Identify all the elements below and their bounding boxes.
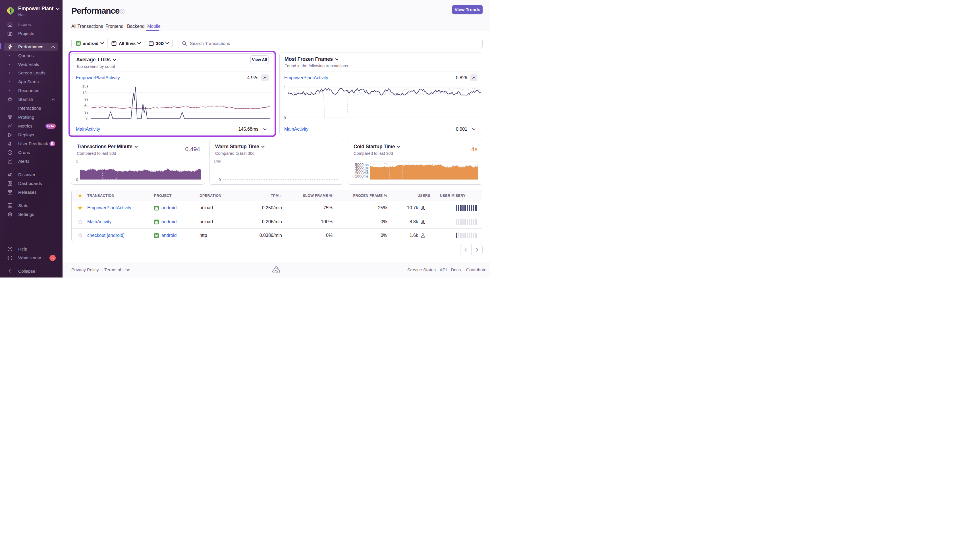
svg-text:3s: 3s bbox=[84, 110, 89, 114]
svg-text:1: 1 bbox=[76, 159, 78, 163]
svg-text:1: 1 bbox=[284, 85, 286, 90]
svg-text:9s: 9s bbox=[84, 97, 89, 101]
svg-text:0: 0 bbox=[86, 117, 88, 121]
svg-text:0: 0 bbox=[284, 115, 286, 120]
svg-text:0: 0 bbox=[76, 178, 78, 182]
svg-text:1ms: 1ms bbox=[214, 159, 221, 163]
svg-text:6s: 6s bbox=[84, 104, 89, 108]
svg-text:15s: 15s bbox=[82, 84, 88, 88]
svg-text:12s: 12s bbox=[82, 91, 88, 95]
svg-text:1000ms: 1000ms bbox=[355, 174, 369, 178]
svg-text:0: 0 bbox=[218, 178, 221, 182]
